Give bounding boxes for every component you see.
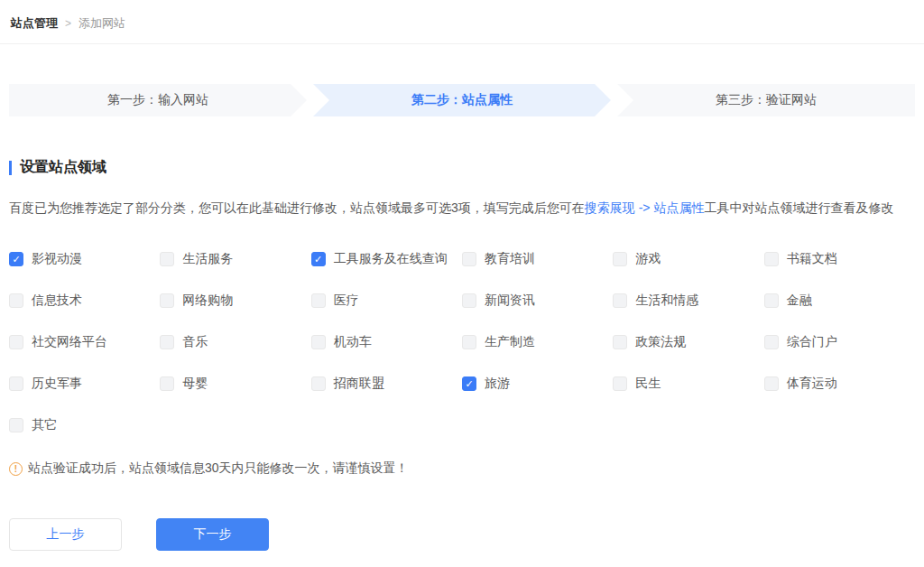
category-checkbox[interactable]: ✓ bbox=[311, 252, 326, 266]
category-item[interactable]: ✓ 书籍文档 bbox=[764, 251, 915, 267]
description-text: 百度已为您推荐选定了部分分类，您可以在此基础进行修改，站点领域最多可选3项，填写… bbox=[9, 191, 915, 224]
breadcrumb-separator-icon: > bbox=[65, 17, 71, 30]
category-checkbox[interactable]: ✓ bbox=[9, 335, 23, 349]
category-label: 生活服务 bbox=[182, 251, 233, 267]
category-label: 母婴 bbox=[182, 376, 208, 392]
page: 站点管理 > 添加网站 第一步：输入网站 第二步：站点属性 第三步：验证网站 设… bbox=[0, 0, 924, 567]
category-checkbox[interactable]: ✓ bbox=[9, 418, 23, 432]
category-label: 民生 bbox=[635, 376, 661, 392]
category-item[interactable]: ✓ 综合门户 bbox=[764, 334, 915, 350]
category-checkbox[interactable]: ✓ bbox=[613, 293, 627, 308]
category-checkbox[interactable]: ✓ bbox=[311, 293, 326, 308]
category-item[interactable]: ✓ 母婴 bbox=[160, 376, 310, 392]
category-checkbox[interactable]: ✓ bbox=[160, 293, 174, 308]
step-item: 第二步：站点属性 bbox=[313, 84, 611, 116]
category-checkbox[interactable]: ✓ bbox=[462, 293, 476, 308]
category-checkbox[interactable]: ✓ bbox=[764, 293, 779, 308]
category-item[interactable]: ✓ 生活和情感 bbox=[613, 293, 763, 309]
category-checkbox[interactable]: ✓ bbox=[764, 376, 779, 391]
category-item[interactable]: ✓ 其它 bbox=[9, 417, 160, 433]
category-item[interactable]: ✓ 招商联盟 bbox=[311, 376, 462, 392]
category-checkbox[interactable]: ✓ bbox=[9, 376, 23, 391]
next-step-button[interactable]: 下一步 bbox=[156, 518, 269, 551]
category-item[interactable]: ✓ 医疗 bbox=[311, 293, 462, 309]
category-item[interactable]: ✓ 体育运动 bbox=[764, 376, 915, 392]
category-checkbox[interactable]: ✓ bbox=[462, 252, 476, 266]
warning-text: 站点验证成功后，站点领域信息30天内只能修改一次，请谨慎设置！ bbox=[28, 460, 409, 477]
category-item[interactable]: ✓ 新闻资讯 bbox=[462, 293, 613, 309]
category-label: 信息技术 bbox=[32, 293, 82, 309]
category-label: 政策法规 bbox=[635, 334, 686, 350]
step-label: 第二步：站点属性 bbox=[411, 92, 513, 108]
warning-note: ! 站点验证成功后，站点领域信息30天内只能修改一次，请谨慎设置！ bbox=[9, 460, 915, 477]
category-item[interactable]: ✓ 游戏 bbox=[613, 251, 763, 267]
category-label: 机动车 bbox=[334, 334, 372, 350]
category-item[interactable]: ✓ 政策法规 bbox=[613, 334, 763, 350]
category-checkbox[interactable]: ✓ bbox=[160, 252, 174, 266]
breadcrumb-parent-link[interactable]: 站点管理 bbox=[11, 15, 58, 32]
category-item[interactable]: ✓ 影视动漫 bbox=[9, 251, 160, 267]
category-checkbox[interactable]: ✓ bbox=[764, 335, 779, 349]
category-checkbox[interactable]: ✓ bbox=[613, 335, 627, 349]
category-label: 音乐 bbox=[182, 334, 208, 350]
category-label: 社交网络平台 bbox=[32, 334, 107, 350]
description-after-link: 工具中对站点领域进行查看及修改 bbox=[704, 200, 893, 215]
category-item[interactable]: ✓ 网络购物 bbox=[160, 293, 310, 309]
category-item[interactable]: ✓ 机动车 bbox=[311, 334, 462, 350]
category-checkbox-grid: ✓ 影视动漫 ✓ 生活服务 ✓ 工具服务及在线查询 ✓ 教育培训 ✓ 游戏 ✓ … bbox=[9, 251, 915, 433]
category-item[interactable]: ✓ 工具服务及在线查询 bbox=[311, 251, 462, 267]
description-before-link: 百度已为您推荐选定了部分分类，您可以在此基础进行修改，站点领域最多可选3项，填写… bbox=[9, 200, 585, 215]
category-label: 新闻资讯 bbox=[485, 293, 535, 309]
check-icon: ✓ bbox=[12, 255, 20, 265]
category-label: 书籍文档 bbox=[787, 251, 837, 267]
check-icon: ✓ bbox=[465, 379, 473, 389]
section-title-text: 设置站点领域 bbox=[20, 158, 106, 177]
category-checkbox[interactable]: ✓ bbox=[462, 376, 476, 391]
title-accent-bar bbox=[9, 161, 12, 175]
category-checkbox[interactable]: ✓ bbox=[160, 376, 174, 391]
category-label: 生活和情感 bbox=[635, 293, 698, 309]
step-item: 第三步：验证网站 bbox=[617, 84, 915, 116]
category-item[interactable]: ✓ 金融 bbox=[764, 293, 915, 309]
category-item[interactable]: ✓ 民生 bbox=[613, 376, 763, 392]
section-title: 设置站点领域 bbox=[9, 158, 915, 177]
category-label: 金融 bbox=[787, 293, 812, 309]
category-checkbox[interactable]: ✓ bbox=[9, 252, 23, 266]
category-item[interactable]: ✓ 生产制造 bbox=[462, 334, 613, 350]
step-progress-bar: 第一步：输入网站 第二步：站点属性 第三步：验证网站 bbox=[9, 84, 915, 116]
category-label: 历史军事 bbox=[32, 376, 82, 392]
category-checkbox[interactable]: ✓ bbox=[9, 293, 23, 308]
category-label: 工具服务及在线查询 bbox=[334, 251, 448, 267]
category-label: 综合门户 bbox=[787, 334, 837, 350]
category-label: 招商联盟 bbox=[334, 376, 384, 392]
category-label: 影视动漫 bbox=[32, 251, 82, 267]
category-item[interactable]: ✓ 旅游 bbox=[462, 376, 613, 392]
check-icon: ✓ bbox=[314, 255, 322, 265]
category-label: 生产制造 bbox=[485, 334, 535, 350]
category-label: 教育培训 bbox=[485, 251, 535, 267]
category-label: 医疗 bbox=[334, 293, 359, 309]
warning-exclamation-icon: ! bbox=[9, 462, 23, 476]
category-checkbox[interactable]: ✓ bbox=[613, 252, 627, 266]
step-item: 第一步：输入网站 bbox=[9, 84, 307, 116]
category-checkbox[interactable]: ✓ bbox=[311, 376, 326, 391]
category-checkbox[interactable]: ✓ bbox=[764, 252, 779, 266]
category-item[interactable]: ✓ 教育培训 bbox=[462, 251, 613, 267]
category-label: 网络购物 bbox=[182, 293, 233, 309]
category-checkbox[interactable]: ✓ bbox=[613, 376, 627, 391]
category-checkbox[interactable]: ✓ bbox=[311, 335, 326, 349]
category-checkbox[interactable]: ✓ bbox=[160, 335, 174, 349]
category-label: 游戏 bbox=[635, 251, 661, 267]
search-display-site-attribute-link[interactable]: 搜索展现 -> 站点属性 bbox=[585, 200, 705, 215]
category-item[interactable]: ✓ 信息技术 bbox=[9, 293, 160, 309]
category-item[interactable]: ✓ 历史军事 bbox=[9, 376, 160, 392]
category-item[interactable]: ✓ 音乐 bbox=[160, 334, 310, 350]
category-label: 旅游 bbox=[485, 376, 510, 392]
category-item[interactable]: ✓ 生活服务 bbox=[160, 251, 310, 267]
category-checkbox[interactable]: ✓ bbox=[462, 335, 476, 349]
step-label: 第一步：输入网站 bbox=[107, 92, 208, 108]
category-label: 其它 bbox=[32, 417, 57, 433]
category-item[interactable]: ✓ 社交网络平台 bbox=[9, 334, 160, 350]
previous-step-button[interactable]: 上一步 bbox=[9, 518, 122, 551]
category-label: 体育运动 bbox=[787, 376, 837, 392]
